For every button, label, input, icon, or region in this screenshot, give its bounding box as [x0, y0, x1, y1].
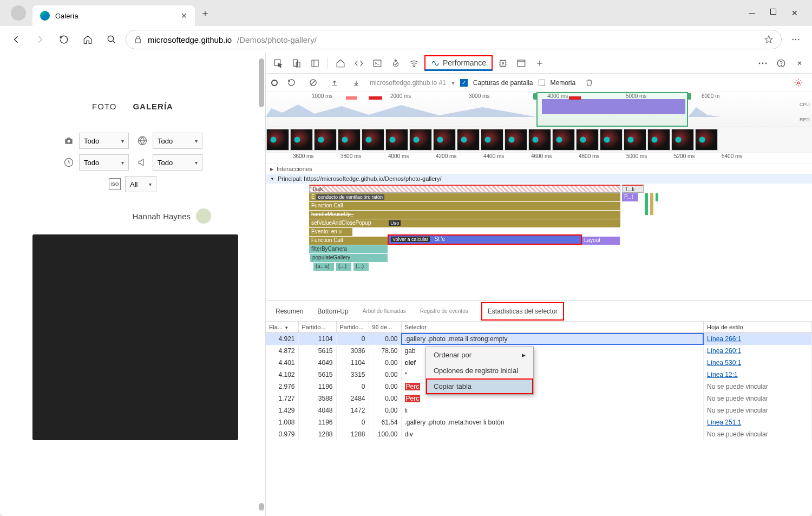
sound-icon [136, 156, 148, 168]
table-row[interactable]: 1.429404814720.00liNo se puede vincular [266, 404, 812, 416]
welcome-icon[interactable] [332, 55, 349, 71]
ctx-copy-table[interactable]: Copiar tabla [426, 378, 533, 394]
dropdown-icon[interactable]: ▾ [451, 79, 455, 87]
table-row[interactable]: 4.921110400.00.gallery .photo .meta li s… [266, 333, 812, 345]
tab-selector-stats[interactable]: Estadísticas del selector [482, 303, 563, 319]
ctx-reset-log[interactable]: Opciones de registro inicial [426, 363, 533, 378]
author-avatar[interactable] [196, 208, 211, 224]
page-scrollbar[interactable] [257, 58, 265, 511]
memory-label: Memoria [551, 79, 576, 87]
network-icon[interactable] [406, 55, 422, 71]
viewport-handle-right[interactable] [687, 93, 691, 100]
filter-sound[interactable]: Todo▾ [153, 154, 202, 171]
favorite-icon[interactable] [764, 35, 774, 44]
gc-button[interactable] [581, 75, 597, 91]
svg-rect-15 [500, 60, 506, 66]
search-button[interactable] [102, 30, 121, 49]
aperture-icon [136, 135, 148, 147]
chevron-down-icon: ▾ [149, 181, 152, 187]
table-row[interactable]: 4.401404911040.00clefLínea 530:1 [266, 357, 812, 369]
recording-name[interactable]: microsoftedge.github.io #1 [370, 79, 446, 87]
reload-record-button[interactable] [283, 75, 299, 91]
inspect-icon[interactable] [270, 55, 286, 71]
close-devtools-icon[interactable]: ✕ [791, 55, 808, 71]
url-path: /Demos/photo-gallery/ [237, 35, 317, 44]
new-tab-button[interactable]: ＋ [200, 6, 210, 19]
device-icon[interactable] [289, 55, 305, 71]
edge-icon [40, 11, 50, 21]
chevron-down-icon: ▾ [121, 138, 124, 144]
flame-task[interactable]: Task [309, 185, 620, 193]
filter-iso[interactable]: All▾ [125, 176, 156, 192]
svg-point-5 [68, 140, 70, 142]
tab-galeria[interactable]: GALERÍA [133, 102, 173, 111]
profile-avatar[interactable] [11, 5, 26, 21]
browser-tab[interactable]: Galería ✕ [32, 5, 195, 26]
overview-viewport[interactable] [536, 92, 688, 127]
home-button[interactable] [78, 30, 97, 49]
tab-event-log[interactable]: Registro de eventos [420, 308, 468, 314]
tab-bottom-up[interactable]: Bottom-Up [317, 308, 348, 315]
tab-foto[interactable]: FOTO [92, 102, 116, 111]
table-row[interactable]: 1.727358824840.00PercNo se puede vincula… [266, 393, 812, 404]
table-row[interactable]: 4.8725615303678.60gabLínea 260:1 [266, 345, 812, 357]
gallery-photo[interactable] [32, 234, 238, 440]
upload-button[interactable] [326, 75, 343, 91]
lock-icon [134, 35, 142, 44]
help-icon[interactable] [773, 55, 789, 71]
sources-icon[interactable] [388, 55, 404, 71]
ctx-sort-by[interactable]: Ordenar por▶ [426, 347, 533, 363]
chevron-down-icon: ▾ [195, 160, 198, 166]
layout-icon[interactable] [307, 55, 323, 71]
settings-icon[interactable] [790, 75, 807, 91]
minimize-icon[interactable] [749, 13, 755, 14]
screenshot-thumb[interactable] [266, 129, 289, 151]
more-panels-button[interactable] [532, 55, 548, 71]
filter-aperture[interactable]: Todo▾ [153, 133, 202, 149]
overview-timeline[interactable]: 1000 ms 2000 ms 3000 ms 4000 ms 5000 ms … [266, 92, 812, 127]
tab-call-tree[interactable]: Árbol de llamadas [363, 308, 406, 314]
back-button[interactable] [6, 30, 26, 49]
console-icon[interactable] [369, 55, 385, 71]
filter-time[interactable]: Todo▾ [79, 154, 129, 171]
reload-button[interactable] [54, 30, 74, 49]
svg-rect-12 [374, 60, 381, 67]
author-row: Hannah Haynes [54, 208, 211, 224]
maximize-icon[interactable] [770, 9, 776, 15]
svg-point-14 [414, 66, 415, 67]
screenshot-strip[interactable] [266, 127, 812, 153]
track-interactions[interactable]: ▶Interacciones [266, 164, 812, 174]
memory-checkbox[interactable] [539, 80, 545, 86]
svg-point-4 [798, 39, 799, 40]
track-main-label: Principal: https://microsoftedge.github.… [278, 175, 442, 182]
application-icon[interactable] [513, 55, 529, 71]
record-button[interactable] [271, 80, 278, 86]
elements-icon[interactable] [351, 55, 367, 71]
clear-button[interactable] [305, 75, 321, 91]
more-icon[interactable] [755, 55, 771, 71]
screenshots-checkbox[interactable]: ✓ [460, 79, 468, 87]
svg-point-16 [502, 62, 504, 64]
close-window-icon[interactable]: ✕ [791, 9, 798, 17]
devtools-panel: Performance ✕ microsoftedge.github.io #1… [265, 53, 812, 516]
close-icon[interactable]: ✕ [181, 11, 187, 20]
flame-recalculate-style[interactable]: Volver a calcular St 'e [389, 236, 581, 244]
memory-icon[interactable] [495, 55, 511, 71]
table-row[interactable]: 2.976119600.00PercNo se puede vincular [266, 381, 812, 393]
address-bar[interactable]: microsoftedge.github.io/Demos/photo-gall… [126, 30, 782, 49]
table-row[interactable]: 0.97912881288100.00divNo se puede vincul… [266, 428, 812, 440]
table-row[interactable]: 1.0081196061.54.gallery .photo .meta:hov… [266, 416, 812, 428]
svg-point-18 [759, 62, 761, 64]
selector-stats-table[interactable]: Ela... ▼ Partido... Partido... 96 de... … [266, 322, 812, 516]
camera-icon [63, 135, 75, 147]
menu-button[interactable] [786, 30, 806, 49]
download-button[interactable] [348, 75, 364, 91]
performance-tab[interactable]: Performance [424, 55, 493, 71]
flame-ruler: 3600 ms3800 ms4000 ms4200 ms4400 ms4600 … [266, 153, 812, 164]
flame-chart[interactable]: ▼Principal: https://microsoftedge.github… [266, 174, 812, 301]
filter-camera[interactable]: Todo▾ [79, 133, 129, 149]
svg-point-22 [781, 65, 781, 66]
svg-point-2 [793, 39, 794, 40]
tab-summary[interactable]: Resumen [276, 308, 303, 315]
table-row[interactable]: 4.102561533150.00*Línea 12:1 [266, 369, 812, 381]
